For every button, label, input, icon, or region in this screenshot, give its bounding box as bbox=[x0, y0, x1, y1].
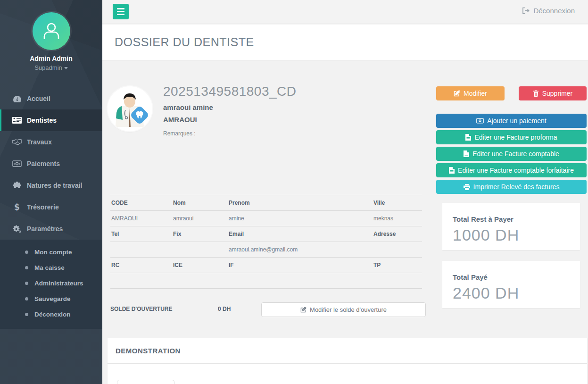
imprimer-releve-button[interactable]: Imprimer Relevé des factures bbox=[436, 180, 587, 194]
chevron-down-icon bbox=[64, 67, 68, 69]
dentist-photo bbox=[108, 86, 152, 131]
supprimer-label: Supprimer bbox=[542, 90, 573, 97]
sidebar-item-accueil[interactable]: Accueil bbox=[0, 88, 102, 109]
sign-out-icon bbox=[522, 7, 530, 14]
edit-icon bbox=[454, 90, 460, 97]
modifier-button[interactable]: Modifier bbox=[436, 86, 505, 100]
total-rest-value: 1000 DH bbox=[453, 226, 580, 244]
sidebar-item-tresorerie[interactable]: $ Trésorerie bbox=[0, 196, 102, 218]
dentist-info-table: CODE Nom Prenom Ville AMRAOUI amraoui am… bbox=[110, 195, 422, 289]
cell-prenom: amine bbox=[228, 211, 373, 226]
submenu-item-deconexion[interactable]: Déconexion bbox=[0, 307, 102, 322]
file-text-icon bbox=[465, 134, 471, 141]
hamburger-icon bbox=[117, 8, 124, 9]
modifier-solde-button[interactable]: Modifier le solde d'ouverture bbox=[261, 302, 426, 317]
dossier-fullname: amraoui amine bbox=[163, 103, 297, 111]
demonstration-title: DEMONSTRATION bbox=[116, 347, 181, 355]
gears-icon bbox=[12, 225, 22, 233]
profile-role-dropdown[interactable]: Supadmin bbox=[0, 64, 102, 71]
submenu-item-ma-caisse[interactable]: Ma caisse bbox=[0, 260, 102, 275]
cell-ville: meknas bbox=[373, 211, 422, 226]
cell-nom: amraoui bbox=[172, 211, 228, 226]
col-header: ICE bbox=[172, 258, 228, 273]
facture-proforma-button[interactable]: Editer une Facture proforma bbox=[436, 130, 587, 144]
col-header: TP bbox=[373, 258, 422, 273]
cell-adresse bbox=[373, 242, 422, 258]
dollar-icon: $ bbox=[12, 202, 22, 212]
solde-ouverture-row: SOLDE D'OUVERTURE 0 DH Modifier le solde… bbox=[110, 299, 422, 320]
col-header: CODE bbox=[110, 195, 172, 211]
sidebar-toggle-button[interactable] bbox=[113, 4, 129, 19]
submenu-label: Mon compte bbox=[34, 249, 72, 256]
page-header: DOSSIER DU DENTISTE bbox=[102, 25, 588, 60]
sidebar-item-dentistes[interactable]: Dentistes bbox=[0, 109, 102, 131]
sidebar-item-label: Natures de travail bbox=[27, 182, 83, 189]
col-header: RC bbox=[110, 258, 172, 273]
cell-tp bbox=[373, 273, 422, 289]
col-header: Adresse bbox=[373, 226, 422, 242]
dashboard-icon bbox=[12, 95, 22, 103]
solde-value: 0 DH bbox=[218, 306, 231, 312]
sidebar-item-label: Trésorerie bbox=[27, 203, 59, 211]
bullet-icon bbox=[25, 313, 28, 316]
col-header: Tel bbox=[110, 226, 172, 242]
total-paye-value: 2400 DH bbox=[453, 284, 580, 302]
edit-icon bbox=[300, 307, 306, 313]
sidebar-item-label: Paiements bbox=[27, 160, 60, 167]
sidebar-item-label: Dentistes bbox=[27, 117, 57, 124]
cell-email: amraoui.amine@gmail.com bbox=[228, 242, 373, 258]
sidebar-item-parametres[interactable]: Paramétres bbox=[0, 218, 102, 240]
facture-forfaitaire-button[interactable]: Editer une Facture comptable forfaitaire bbox=[436, 163, 587, 177]
submenu-label: Administrateurs bbox=[34, 280, 83, 287]
col-header: Email bbox=[228, 226, 373, 242]
money-icon bbox=[476, 118, 484, 124]
table-row: AMRAOUI amraoui amine meknas bbox=[110, 211, 422, 226]
content-area: 20251349581803_CD amraoui amine AMRAOUI … bbox=[102, 60, 588, 384]
puzzle-icon bbox=[12, 182, 22, 190]
bullet-icon bbox=[25, 297, 28, 301]
submenu-item-administrateurs[interactable]: Administrateurs bbox=[0, 275, 102, 291]
total-paye-label: Total Payé bbox=[453, 273, 580, 281]
demo-partial-control[interactable] bbox=[117, 380, 174, 384]
sidebar-item-label: Travaux bbox=[27, 138, 52, 146]
sidebar-item-natures[interactable]: Natures de travail bbox=[0, 175, 102, 196]
topbar: Déconnexion bbox=[102, 0, 588, 24]
table-row: amraoui.amine@gmail.com bbox=[110, 242, 422, 258]
col-header: IF bbox=[228, 258, 373, 273]
cell-tel bbox=[110, 242, 172, 258]
total-paye-card: Total Payé 2400 DH bbox=[442, 261, 580, 308]
col-header: Prenom bbox=[228, 195, 373, 211]
supprimer-button[interactable]: Supprimer bbox=[519, 86, 587, 100]
ajouter-paiement-button[interactable]: Ajouter un paiement bbox=[436, 114, 587, 128]
admin-avatar[interactable] bbox=[33, 12, 70, 50]
ajouter-paiement-label: Ajouter un paiement bbox=[487, 117, 546, 125]
submenu-item-mon-compte[interactable]: Mon compte bbox=[0, 244, 102, 260]
bullet-icon bbox=[25, 250, 28, 254]
submenu-item-sauvegarde[interactable]: Sauvegarde bbox=[0, 291, 102, 307]
bullet-icon bbox=[25, 266, 28, 269]
cell-fix bbox=[172, 242, 228, 258]
logout-link[interactable]: Déconnexion bbox=[522, 7, 575, 15]
table-row: CODE Nom Prenom Ville bbox=[110, 195, 422, 211]
money-icon bbox=[12, 160, 22, 167]
demonstration-card: DEMONSTRATION bbox=[108, 338, 587, 384]
sidebar-item-paiements[interactable]: Paiements bbox=[0, 153, 102, 175]
sidebar-item-label: Paramétres bbox=[27, 225, 63, 233]
demonstration-header: DEMONSTRATION bbox=[108, 338, 587, 364]
bullet-icon bbox=[25, 282, 28, 285]
logout-label: Déconnexion bbox=[533, 7, 575, 15]
col-header: Fix bbox=[172, 226, 228, 242]
modifier-solde-label: Modifier le solde d'ouverture bbox=[310, 306, 387, 313]
submenu-label: Ma caisse bbox=[34, 264, 65, 271]
submenu-label: Sauvegarde bbox=[34, 295, 71, 302]
table-row: RC ICE IF TP bbox=[110, 258, 422, 273]
trash-icon bbox=[533, 90, 539, 97]
sidebar-item-travaux[interactable]: Travaux bbox=[0, 131, 102, 153]
facture-forfaitaire-label: Editer une Facture comptable forfaitaire bbox=[458, 167, 574, 174]
dossier-header: 20251349581803_CD amraoui amine AMRAOUI … bbox=[163, 84, 297, 137]
invoice-action-stack: Ajouter un paiement Editer une Facture p… bbox=[436, 114, 587, 194]
solde-label: SOLDE D'OUVERTURE bbox=[110, 306, 173, 312]
col-header: Nom bbox=[172, 195, 228, 211]
facture-comptable-button[interactable]: Editer une Facture comptable bbox=[436, 147, 587, 161]
dossier-remarks-label: Remarques : bbox=[163, 130, 297, 137]
